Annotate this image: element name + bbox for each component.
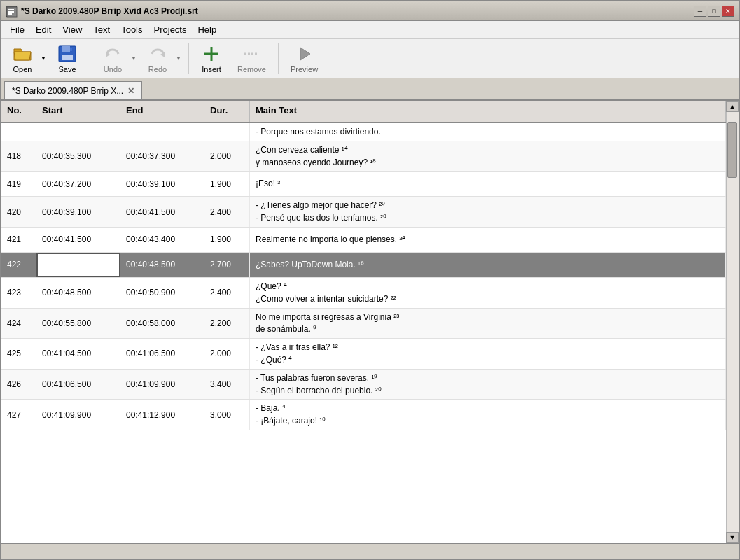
- redo-group: Redo ▼: [141, 41, 183, 77]
- svg-rect-2: [8, 11, 14, 13]
- col-header-end: End: [120, 101, 204, 122]
- folder-icon: [13, 44, 32, 64]
- cell-end: 00:40:43.400: [120, 227, 204, 252]
- tab-0[interactable]: *S Darko 2009.480P Brrip X... ✕: [4, 81, 142, 99]
- table-row[interactable]: 425 00:41:04.500 00:41:06.500 2.000 - ¿V…: [1, 339, 726, 370]
- menu-help[interactable]: Help: [192, 23, 222, 36]
- table-row[interactable]: - Porque nos estamos divirtiendo.: [1, 123, 726, 141]
- menu-projects[interactable]: Projects: [148, 23, 193, 36]
- table-row[interactable]: 422 00:40:45.300 00:40:48.500 2.700 ¿Sab…: [1, 253, 726, 278]
- svg-rect-6: [62, 55, 73, 60]
- undo-dropdown-arrow[interactable]: ▼: [130, 43, 138, 74]
- close-button[interactable]: ✕: [722, 6, 734, 17]
- separator-2: [188, 43, 189, 74]
- scrollbar-down-arrow[interactable]: ▼: [726, 532, 739, 543]
- cell-no: 418: [1, 141, 36, 172]
- menu-text[interactable]: Text: [88, 23, 116, 36]
- cell-end: 00:40:58.000: [120, 309, 204, 339]
- text-line: - ¿Qué? ⁴: [256, 354, 292, 366]
- cell-no: 423: [1, 278, 36, 308]
- cell-dur: 2.400: [204, 197, 250, 227]
- cell-dur: 1.900: [204, 172, 250, 196]
- redo-button[interactable]: Redo: [141, 41, 174, 77]
- cell-text: ¿Con cerveza caliente ¹⁴y manoseos oyend…: [250, 141, 726, 172]
- col-header-text: Main Text: [250, 101, 726, 122]
- save-icon: [57, 44, 77, 64]
- text-line: Realmente no importa lo que pienses. ²⁴: [256, 234, 405, 246]
- menu-edit[interactable]: Edit: [30, 23, 57, 36]
- table-header: No. Start End Dur. Main Text: [1, 101, 739, 123]
- open-dropdown-arrow[interactable]: ▼: [39, 43, 48, 74]
- table-row[interactable]: 424 00:40:55.800 00:40:58.000 2.200 No m…: [1, 309, 726, 340]
- col-header-start: Start: [36, 101, 120, 122]
- title-bar: *S Darko 2009.480P Brrip Xvid Ac3 Prodji…: [1, 1, 739, 21]
- remove-label: Remove: [237, 65, 266, 74]
- text-line: - ¿Vas a ir tras ella? ¹²: [256, 342, 338, 354]
- title-bar-left: *S Darko 2009.480P Brrip Xvid Ac3 Prodji…: [6, 6, 198, 17]
- table-row[interactable]: 418 00:40:35.300 00:40:37.300 2.000 ¿Con…: [1, 141, 726, 172]
- table-row[interactable]: 423 00:40:48.500 00:40:50.900 2.400 ¿Qué…: [1, 278, 726, 309]
- svg-rect-7: [70, 48, 72, 51]
- cell-text: - ¿Tienes algo mejor que hacer? ²⁰- Pens…: [250, 197, 726, 227]
- text-line: - ¡Bájate, carajo! ¹⁰: [256, 415, 326, 427]
- table-body[interactable]: - Porque nos estamos divirtiendo. 418 00…: [1, 123, 739, 543]
- cell-dur: 2.000: [204, 141, 250, 172]
- preview-icon: [295, 44, 314, 64]
- window-title: *S Darko 2009.480P Brrip Xvid Ac3 Prodji…: [21, 6, 198, 16]
- maximize-button[interactable]: □: [708, 6, 720, 17]
- scrollbar-up-arrow[interactable]: ▲: [726, 101, 739, 112]
- table-container: No. Start End Dur. Main Text - Porque no…: [1, 101, 739, 543]
- cell-start: 00:40:37.200: [36, 172, 120, 196]
- cell-dur: 1.900: [204, 227, 250, 252]
- remove-icon: [242, 44, 261, 64]
- tab-close-0[interactable]: ✕: [127, 86, 134, 96]
- save-label: Save: [58, 65, 76, 74]
- menu-tools[interactable]: Tools: [116, 23, 148, 36]
- table-row[interactable]: 426 00:41:06.500 00:41:09.900 3.400 - Tu…: [1, 370, 726, 400]
- app-icon: [6, 6, 17, 17]
- preview-button[interactable]: Preview: [284, 41, 324, 77]
- save-button[interactable]: Save: [50, 41, 84, 77]
- redo-label: Redo: [148, 65, 167, 74]
- cell-no: 427: [1, 400, 36, 430]
- status-bar: [1, 543, 739, 559]
- table-row[interactable]: 427 00:41:09.900 00:41:12.900 3.000 - Ba…: [1, 400, 726, 430]
- menu-view[interactable]: View: [57, 23, 88, 36]
- text-line: - Tus palabras fueron severas. ¹⁹: [256, 372, 377, 384]
- cell-end: [120, 123, 204, 141]
- cell-start[interactable]: 00:40:45.300: [36, 253, 120, 277]
- table-row[interactable]: 419 00:40:37.200 00:40:39.100 1.900 ¡Eso…: [1, 172, 726, 197]
- scrollbar-thumb[interactable]: [727, 122, 737, 178]
- separator-1: [90, 43, 90, 74]
- scrollbar-track[interactable]: ▲▼: [726, 101, 739, 543]
- svg-rect-5: [62, 46, 70, 52]
- preview-label: Preview: [291, 65, 318, 74]
- text-line: - Pensé que las dos lo teníamos. ²⁰: [256, 212, 386, 224]
- toolbar: Open ▼ Save: [1, 39, 739, 78]
- table-row[interactable]: 420 00:40:39.100 00:40:41.500 2.400 - ¿T…: [1, 197, 726, 227]
- cell-start: 00:40:39.100: [36, 197, 120, 227]
- undo-button[interactable]: Undo: [96, 41, 130, 77]
- cell-start: 00:41:09.900: [36, 400, 120, 430]
- cell-start: 00:40:48.500: [36, 278, 120, 308]
- undo-icon: [103, 44, 123, 64]
- cell-dur: [204, 123, 250, 141]
- cell-text: - Baja. ⁴- ¡Bájate, carajo! ¹⁰: [250, 400, 726, 430]
- open-button[interactable]: Open: [6, 41, 39, 77]
- cell-end: 00:40:37.300: [120, 141, 204, 172]
- redo-dropdown-arrow[interactable]: ▼: [174, 43, 183, 74]
- minimize-button[interactable]: ─: [694, 6, 706, 17]
- cell-no: 426: [1, 370, 36, 400]
- insert-button[interactable]: Insert: [195, 41, 228, 77]
- cell-end: 00:41:09.900: [120, 370, 204, 400]
- cell-no: [1, 123, 36, 141]
- text-line: - ¿Tienes algo mejor que hacer? ²⁰: [256, 200, 385, 211]
- text-line: - Según el borracho del pueblo. ²⁰: [256, 385, 382, 397]
- menu-file[interactable]: File: [4, 23, 30, 36]
- cell-start: [36, 123, 120, 141]
- remove-button[interactable]: Remove: [231, 41, 272, 77]
- cell-dur: 2.700: [204, 253, 250, 277]
- svg-rect-1: [8, 9, 14, 10]
- tab-label: *S Darko 2009.480P Brrip X...: [12, 86, 123, 96]
- table-row[interactable]: 421 00:40:41.500 00:40:43.400 1.900 Real…: [1, 227, 726, 253]
